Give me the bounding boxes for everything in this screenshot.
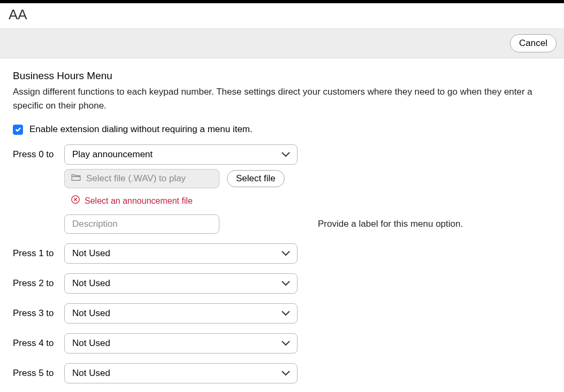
press-label-3: Press 3 to [13, 308, 58, 319]
error-icon [71, 195, 80, 207]
press-select-value-2: Not Used [72, 278, 110, 289]
action-bar: Cancel [0, 29, 564, 58]
content: Business Hours Menu Assign different fun… [0, 58, 564, 392]
press-label-1: Press 1 to [13, 248, 58, 259]
press-0-extras: Select file (.WAV) to play Select file S… [64, 169, 551, 234]
press-select-5[interactable]: Not Used [64, 363, 298, 383]
description-row: Provide a label for this menu option. [64, 214, 551, 234]
file-row: Select file (.WAV) to play Select file [64, 169, 551, 188]
check-icon [15, 126, 21, 133]
press-select-wrap-2: Not Used [64, 273, 298, 294]
press-select-wrap-4: Not Used [64, 333, 298, 353]
file-placeholder: Select file (.WAV) to play [86, 173, 186, 184]
press-select-4[interactable]: Not Used [64, 333, 298, 353]
keypad-row-5: Press 5 to Not Used [13, 363, 551, 383]
enable-extension-label: Enable extension dialing without requiri… [29, 124, 253, 135]
section-title: Business Hours Menu [13, 70, 551, 82]
press-select-3[interactable]: Not Used [64, 303, 298, 324]
file-error-row: Select an announcement file [64, 195, 551, 207]
press-select-2[interactable]: Not Used [64, 273, 298, 294]
press-select-wrap-5: Not Used [64, 363, 298, 383]
file-error-text: Select an announcement file [85, 196, 193, 206]
enable-extension-checkbox[interactable] [13, 125, 23, 135]
press-select-0[interactable]: Play announcement [64, 144, 298, 165]
section-description: Assign different functions to each keypa… [13, 85, 551, 112]
press-select-value-1: Not Used [72, 248, 110, 259]
file-display: Select file (.WAV) to play [64, 169, 219, 188]
press-label-0: Press 0 to [13, 149, 58, 160]
press-label-2: Press 2 to [13, 278, 58, 289]
press-select-value-0: Play announcement [72, 149, 153, 160]
folder-icon [71, 173, 81, 184]
select-file-button[interactable]: Select file [227, 170, 285, 187]
keypad-row-3: Press 3 to Not Used [13, 303, 551, 324]
header-bar: AA [0, 3, 564, 29]
press-select-wrap-1: Not Used [64, 243, 298, 264]
enable-extension-row: Enable extension dialing without requiri… [13, 124, 551, 135]
press-select-value-4: Not Used [72, 338, 110, 349]
page-title: AA [9, 6, 555, 23]
keypad-row-2: Press 2 to Not Used [13, 273, 551, 294]
press-label-5: Press 5 to [13, 368, 58, 379]
press-select-wrap-0: Play announcement [64, 144, 298, 165]
press-label-4: Press 4 to [13, 338, 58, 349]
press-select-value-3: Not Used [72, 308, 110, 319]
cancel-button[interactable]: Cancel [510, 34, 557, 52]
description-hint: Provide a label for this menu option. [318, 219, 463, 229]
keypad-row-1: Press 1 to Not Used [13, 243, 551, 264]
press-select-wrap-3: Not Used [64, 303, 298, 324]
description-input[interactable] [64, 214, 219, 234]
press-select-value-5: Not Used [72, 368, 110, 379]
press-select-1[interactable]: Not Used [64, 243, 298, 264]
keypad-row-4: Press 4 to Not Used [13, 333, 551, 353]
keypad-row-0: Press 0 to Play announcement [13, 144, 551, 165]
